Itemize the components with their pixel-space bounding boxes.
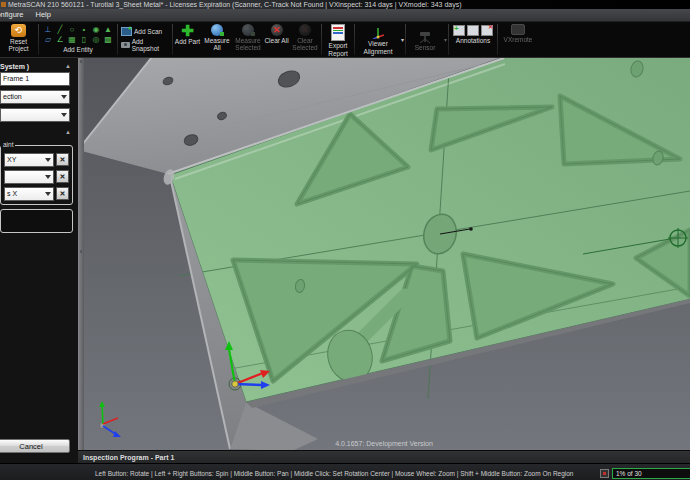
sensor-icon bbox=[417, 30, 433, 43]
constraint-section-header[interactable]: ▲ bbox=[0, 126, 78, 138]
sensor-split-button: Sensor ▾ bbox=[407, 22, 447, 57]
add-scan-button[interactable]: Add Scan bbox=[121, 24, 171, 38]
clear-all-icon: ✕ bbox=[271, 24, 283, 36]
measure-all-icon bbox=[211, 24, 223, 36]
title-bar: MetraSCAN 210 560121 - Turotial 3_Sheet … bbox=[0, 0, 690, 9]
add-entity-label: Add Entity bbox=[63, 46, 93, 53]
memory-usage-badge: 1% of 30 bbox=[612, 468, 690, 479]
collapse-left-icon[interactable]: ‹ bbox=[78, 58, 84, 65]
add-entity-group[interactable]: ⊥ ╱ ○ • ◉ ▲ ▱ ∠ ▦ ▯ ◎ ▩ Add Entity bbox=[40, 22, 116, 57]
viewer-alignment-icon bbox=[371, 26, 385, 39]
entity-angle-icon[interactable]: ∠ bbox=[54, 35, 66, 45]
toolbar-separator bbox=[497, 24, 498, 55]
export-report-button[interactable]: Export Report bbox=[323, 22, 353, 57]
connection-status-icon bbox=[600, 469, 609, 478]
frame-name-field[interactable]: Frame 1 bbox=[0, 72, 70, 86]
measure-all-button[interactable]: Measure All bbox=[201, 22, 233, 57]
add-part-button[interactable]: ✚ Add Part bbox=[174, 22, 201, 57]
reset-project-button[interactable]: ⟲ Reset Project bbox=[0, 22, 37, 57]
clear-selected-icon: ✕ bbox=[299, 24, 311, 36]
toolbar-separator bbox=[405, 24, 406, 55]
entity-torus-icon[interactable]: ◎ bbox=[90, 35, 102, 45]
chevron-down-icon: ▾ bbox=[444, 36, 447, 43]
entity-cylinder-icon[interactable]: ▯ bbox=[78, 35, 90, 45]
remove-constraint-button[interactable]: ✕ bbox=[56, 153, 69, 166]
constraint-row: s X ✕ bbox=[4, 187, 69, 201]
add-part-icon: ✚ bbox=[181, 24, 194, 37]
cancel-button[interactable]: Cancel bbox=[0, 439, 70, 453]
mouse-hints: Left Button: Rotate | Left + Right Butto… bbox=[0, 470, 574, 477]
constraint-dropdown-1[interactable]: XY bbox=[4, 153, 54, 167]
remove-constraint-button[interactable]: ✕ bbox=[56, 170, 69, 183]
app-icon bbox=[1, 2, 6, 7]
main-area: System ) ▲ Frame 1 ection ▲ aint XY ✕ bbox=[0, 58, 690, 463]
measure-selected-icon bbox=[242, 24, 254, 36]
export-report-icon bbox=[331, 24, 345, 41]
scan-snapshot-group: Add Scan Add Snapshot bbox=[119, 22, 171, 57]
toolbar-separator bbox=[354, 24, 355, 55]
add-snapshot-button[interactable]: Add Snapshot bbox=[121, 38, 171, 52]
add-snapshot-icon bbox=[121, 42, 130, 48]
window-title: MetraSCAN 210 560121 - Turotial 3_Sheet … bbox=[8, 0, 462, 9]
annotations-group: Annotations bbox=[450, 22, 496, 57]
entity-line-icon[interactable]: ╱ bbox=[54, 25, 66, 35]
entity-ellipse-icon[interactable]: ◉ bbox=[90, 25, 102, 35]
reset-project-icon: ⟲ bbox=[11, 24, 26, 37]
chevron-down-icon bbox=[45, 158, 51, 162]
toolbar-separator bbox=[321, 24, 322, 55]
annotation-icon[interactable] bbox=[467, 25, 479, 36]
panel-splitter[interactable]: ‹ ‹ bbox=[78, 58, 84, 450]
entity-circle-icon[interactable]: ○ bbox=[66, 25, 78, 35]
menu-help[interactable]: Help bbox=[30, 9, 57, 21]
chevron-down-icon bbox=[45, 175, 51, 179]
entity-grid-icon[interactable]: ▦ bbox=[66, 35, 78, 45]
entity-coordinate-system-icon[interactable]: ⊥ bbox=[42, 25, 54, 35]
entity-plane-icon[interactable]: ▱ bbox=[42, 35, 54, 45]
constraint-row: XY ✕ bbox=[4, 153, 69, 167]
add-annotation-icon[interactable] bbox=[453, 25, 465, 36]
3d-viewport[interactable]: ‹ ‹ bbox=[78, 58, 690, 450]
collapse-chevron-icon[interactable]: ▲ bbox=[65, 63, 71, 69]
chevron-down-icon bbox=[45, 192, 51, 196]
comment-box[interactable] bbox=[0, 209, 73, 233]
clear-all-button[interactable]: ✕ Clear All bbox=[263, 22, 290, 57]
measure-selected-button: Measure Selected bbox=[233, 22, 263, 57]
toolbar-separator bbox=[448, 24, 449, 55]
constraint-groupbox: aint XY ✕ ✕ s X ✕ bbox=[0, 145, 73, 205]
constraint-dropdown-3[interactable]: s X bbox=[4, 187, 54, 201]
collapse-chevron-icon[interactable]: ▲ bbox=[65, 129, 71, 135]
viewport-column: ‹ ‹ bbox=[78, 58, 690, 463]
entity-mesh-icon[interactable]: ▩ bbox=[102, 35, 114, 45]
version-watermark: 4.0.1657: Development Version bbox=[78, 440, 690, 447]
toolbar-separator bbox=[38, 24, 39, 55]
3d-scene[interactable] bbox=[78, 58, 690, 450]
menu-configure[interactable]: Configure bbox=[0, 9, 30, 21]
toolbar-separator bbox=[172, 24, 173, 55]
document-tab-bar: Inspection Program - Part 1 bbox=[78, 450, 690, 463]
status-bar: Left Button: Rotate | Left + Right Butto… bbox=[0, 463, 690, 480]
coordinate-system-header[interactable]: System ) ▲ bbox=[0, 60, 78, 72]
viewer-alignment-split-button[interactable]: Viewer Alignment ▾ bbox=[356, 22, 404, 57]
collapse-left-icon[interactable]: ‹ bbox=[78, 248, 84, 255]
remove-constraint-button[interactable]: ✕ bbox=[56, 187, 69, 200]
add-scan-icon bbox=[121, 27, 132, 36]
toolbar: ⟲ Reset Project ⊥ ╱ ○ • ◉ ▲ ▱ ∠ ▦ ▯ ◎ ▩ … bbox=[0, 22, 690, 58]
entity-cone-icon[interactable]: ▲ bbox=[102, 25, 114, 35]
clear-selected-button: ✕ Clear Selected bbox=[290, 22, 320, 57]
chevron-down-icon bbox=[61, 95, 67, 99]
left-properties-panel: System ) ▲ Frame 1 ection ▲ aint XY ✕ bbox=[0, 58, 78, 463]
delete-annotation-icon[interactable] bbox=[481, 25, 493, 36]
chevron-down-icon bbox=[61, 113, 67, 117]
toolbar-separator bbox=[117, 24, 118, 55]
constraint-row: ✕ bbox=[4, 170, 69, 184]
entity-point-icon[interactable]: • bbox=[78, 25, 90, 35]
constraint-dropdown-2[interactable] bbox=[4, 170, 54, 184]
annotations-label: Annotations bbox=[456, 37, 490, 44]
vxremote-icon bbox=[511, 24, 525, 35]
menu-bar: Configure Help bbox=[0, 9, 690, 22]
direction-dropdown[interactable]: ection bbox=[0, 90, 70, 104]
tab-inspection-program[interactable]: Inspection Program - Part 1 bbox=[78, 454, 174, 461]
secondary-dropdown[interactable] bbox=[0, 108, 70, 122]
vxremote-button: VXremote bbox=[499, 22, 537, 57]
chevron-down-icon[interactable]: ▾ bbox=[401, 36, 404, 43]
